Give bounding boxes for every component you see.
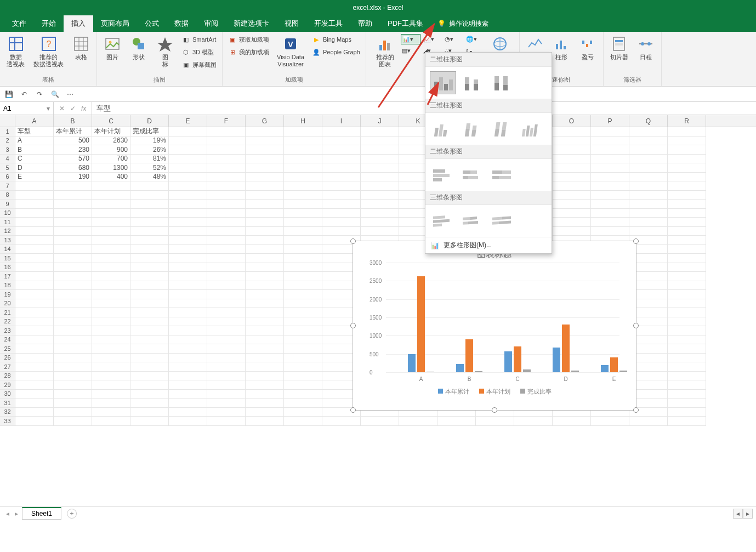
cell[interactable] <box>246 200 284 209</box>
cell[interactable]: 26% <box>130 145 169 155</box>
cell[interactable] <box>130 390 169 399</box>
cell[interactable] <box>15 380 54 390</box>
cell[interactable] <box>54 308 92 317</box>
cell[interactable] <box>169 163 207 173</box>
cell[interactable] <box>130 254 169 263</box>
chart-plot-area[interactable]: 050010001500200025003000ABCDE <box>364 263 625 372</box>
cell[interactable] <box>553 417 591 426</box>
cell[interactable] <box>322 417 361 426</box>
cell[interactable] <box>591 173 629 182</box>
cell[interactable] <box>246 399 284 408</box>
cell[interactable] <box>668 209 706 218</box>
col-header-P[interactable]: P <box>591 115 629 127</box>
cell[interactable] <box>169 254 207 263</box>
legend-item[interactable]: 本年计划 <box>479 388 510 396</box>
cell[interactable] <box>15 335 54 345</box>
cell[interactable] <box>169 326 207 335</box>
cell[interactable] <box>130 227 169 236</box>
cell[interactable] <box>284 272 322 281</box>
3d-clustered-bar-option[interactable] <box>430 209 456 232</box>
cell[interactable] <box>15 281 54 291</box>
cell[interactable] <box>54 245 92 254</box>
cell[interactable] <box>92 408 130 417</box>
print-preview-button[interactable]: 🔍 <box>50 90 59 99</box>
cell[interactable] <box>361 209 399 218</box>
col-header-A[interactable]: A <box>15 115 54 127</box>
cell[interactable] <box>284 390 322 399</box>
cell[interactable] <box>668 136 706 146</box>
cell[interactable] <box>284 136 322 146</box>
cell[interactable] <box>553 163 591 173</box>
cell[interactable] <box>629 181 668 191</box>
cell[interactable] <box>207 290 246 299</box>
cell[interactable] <box>629 200 668 209</box>
row-header[interactable]: 23 <box>0 326 15 335</box>
cell[interactable] <box>130 272 169 281</box>
cell[interactable] <box>399 417 437 426</box>
smartart-button[interactable]: ◧SmartArt <box>180 34 218 45</box>
cell[interactable] <box>92 254 130 263</box>
cell[interactable] <box>284 362 322 372</box>
row-header[interactable]: 21 <box>0 308 15 317</box>
cell[interactable] <box>553 127 591 136</box>
row-header[interactable]: 31 <box>0 399 15 408</box>
cell[interactable] <box>246 127 284 136</box>
cell[interactable] <box>169 354 207 363</box>
cell[interactable] <box>92 290 130 299</box>
cell[interactable] <box>629 209 668 218</box>
cell[interactable] <box>54 209 92 218</box>
cell[interactable] <box>284 227 322 236</box>
cell[interactable] <box>130 191 169 200</box>
cell[interactable] <box>361 155 399 164</box>
resize-handle[interactable] <box>492 407 497 413</box>
cell[interactable] <box>15 326 54 335</box>
cell[interactable] <box>169 399 207 408</box>
cell[interactable] <box>15 399 54 408</box>
cell[interactable] <box>668 380 706 390</box>
cell[interactable] <box>207 155 246 164</box>
cell[interactable] <box>169 191 207 200</box>
timeline-button[interactable]: 日程 <box>635 34 657 62</box>
cell[interactable] <box>169 136 207 146</box>
cell[interactable] <box>284 417 322 426</box>
cell[interactable] <box>207 163 246 173</box>
cell[interactable] <box>130 362 169 372</box>
cell[interactable] <box>54 299 92 309</box>
row-header[interactable]: 13 <box>0 236 15 245</box>
cell[interactable] <box>322 173 361 182</box>
cell[interactable] <box>629 145 668 155</box>
cell[interactable] <box>246 354 284 363</box>
select-all-corner[interactable] <box>0 115 15 127</box>
tab-nav-prev[interactable]: ◂ <box>4 510 11 517</box>
cell[interactable] <box>15 308 54 317</box>
cell[interactable]: B <box>15 145 54 155</box>
cell[interactable] <box>207 335 246 345</box>
cell[interactable] <box>130 236 169 245</box>
cell[interactable] <box>130 263 169 272</box>
name-box[interactable]: A1 ▾ <box>0 102 54 115</box>
cell[interactable] <box>553 155 591 164</box>
row-header[interactable]: 7 <box>0 181 15 191</box>
cell[interactable] <box>207 372 246 381</box>
cell[interactable] <box>246 417 284 426</box>
bar[interactable] <box>619 371 627 372</box>
cell[interactable] <box>92 335 130 345</box>
cell[interactable] <box>130 245 169 254</box>
cell[interactable] <box>284 408 322 417</box>
cell[interactable] <box>629 136 668 146</box>
cell[interactable] <box>92 308 130 317</box>
row-header[interactable]: 29 <box>0 380 15 390</box>
cell[interactable] <box>361 417 399 426</box>
bar[interactable] <box>427 372 434 372</box>
col-header-D[interactable]: D <box>130 115 169 127</box>
cell[interactable]: A <box>15 136 54 146</box>
cell[interactable] <box>284 181 322 191</box>
formula-input[interactable]: 车型 <box>92 104 756 113</box>
row-header[interactable]: 17 <box>0 272 15 281</box>
cell[interactable] <box>246 335 284 345</box>
col-header-J[interactable]: J <box>361 115 399 127</box>
cell[interactable] <box>169 127 207 136</box>
cell[interactable] <box>668 372 706 381</box>
cell[interactable] <box>169 317 207 327</box>
cell[interactable] <box>92 390 130 399</box>
